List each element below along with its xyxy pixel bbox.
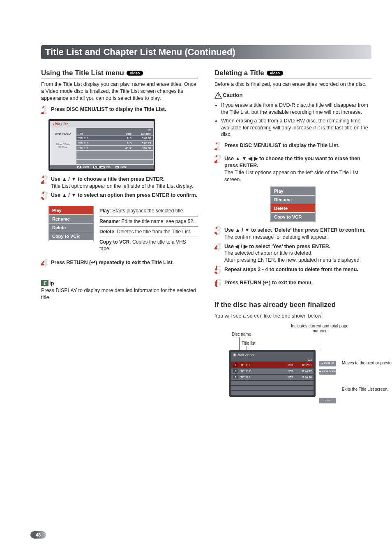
r-step-3a: Use ▲ / ▼ to select ‘Delete’ then press … bbox=[224, 227, 366, 233]
tl-col-duration: Duration bbox=[131, 132, 151, 135]
table-row bbox=[76, 160, 153, 164]
opt-play-label: Play bbox=[99, 208, 110, 214]
caution-list: If you erase a title from a DVD-R disc,t… bbox=[214, 102, 371, 138]
tl-foot-select-label: Select bbox=[82, 166, 89, 168]
page-down-label: PAGE DOWN bbox=[322, 371, 336, 373]
tl-foot-info: DISPLAYInfo. bbox=[93, 166, 111, 168]
step-3: Use ▲ / ▼ to select an option then press… bbox=[41, 192, 198, 203]
table-row bbox=[231, 386, 314, 390]
title-list-screenshot: Title List DVD VIDEO 1Hour 57min SP Free… bbox=[48, 119, 155, 171]
tl-foot-info-label: Info. bbox=[106, 166, 111, 168]
finalized-text: You will see a screen like the one shown… bbox=[214, 313, 371, 320]
page-up-button: PAGE UP bbox=[319, 361, 336, 366]
r-step-2: Use ▲ ▼ ◀ ▶ to choose the title you want… bbox=[214, 155, 371, 183]
opt-copy-label: Copy to VCR bbox=[99, 239, 129, 245]
exit-label: EXIT bbox=[325, 399, 330, 402]
table-row: 3 TITLE 3 1/03 0:36:30 bbox=[231, 375, 314, 380]
exit-button: EXIT bbox=[319, 398, 336, 403]
step-number-4-icon bbox=[214, 243, 222, 254]
tl-page-indicator: 1/3 bbox=[148, 129, 151, 131]
tl-foot-close-label: Close bbox=[120, 166, 127, 168]
tl-header: Title List bbox=[50, 121, 154, 127]
table-row: TITLE 2 1/ 3 0:06:21 bbox=[76, 141, 153, 145]
fin-num: 1 bbox=[233, 363, 238, 367]
tip-heading: T ip bbox=[41, 280, 54, 286]
table-row bbox=[231, 391, 314, 395]
finalized-layout: DVD VIDEO 1/1 1 TITLE 1 1/03 0:02:01 2 T… bbox=[229, 350, 371, 403]
page-number-badge: 48 bbox=[30, 531, 46, 539]
fin-page-indicator: 1/1 bbox=[308, 358, 312, 361]
table-row: 2 TITLE 2 1/03 0:24:12 bbox=[231, 368, 314, 374]
options-menu-mock-right: Play Rename Delete Copy to VCR bbox=[270, 187, 316, 222]
fin-dur: 0:02:01 bbox=[295, 364, 312, 366]
r-step-4b: The selected chapter or title is deleted… bbox=[224, 250, 313, 256]
tip-label: ip bbox=[49, 280, 54, 286]
page-up-label: PAGE UP bbox=[324, 362, 334, 365]
fin-title: TITLE 3 bbox=[240, 376, 278, 379]
table-row: TITLE 3 4/ 12 0:52:31 bbox=[76, 146, 153, 150]
opt-rename: Rename bbox=[49, 215, 93, 223]
r-step-2b: The Title List options appear on the lef… bbox=[224, 170, 358, 182]
fin-side-buttons: PAGE UP PAGE DOWN EXIT bbox=[319, 361, 339, 403]
tl-cell: 0:02:01 bbox=[131, 137, 151, 140]
opt-play-desc: Starts playback the selected title. bbox=[111, 208, 184, 214]
tl-cell: 4/ 12 bbox=[118, 147, 131, 150]
fin-header: DVD VIDEO bbox=[231, 352, 314, 358]
opt-rename: Rename bbox=[271, 196, 315, 204]
finalized-screenshot: DVD VIDEO 1/1 1 TITLE 1 1/03 0:02:01 2 T… bbox=[229, 350, 316, 397]
options-description: Play Rename Delete Copy to VCR Play: Sta… bbox=[48, 206, 198, 253]
tl-cell: TITLE 2 bbox=[78, 142, 118, 145]
opt-rename-label: Rename bbox=[99, 219, 119, 224]
step-number-2-icon bbox=[41, 176, 48, 187]
r-step-4a: Use ◀ / ▶ to select ‘Yes’ then press ENT… bbox=[224, 244, 330, 249]
opt-play: Play bbox=[271, 187, 315, 196]
r-step-4: Use ◀ / ▶ to select ‘Yes’ then press ENT… bbox=[214, 243, 371, 264]
page-down-button: PAGE DOWN bbox=[319, 369, 336, 375]
disc-icon bbox=[233, 353, 236, 357]
step-number-1-icon bbox=[214, 142, 222, 153]
r-step-6-text: Press RETURN (↩) to exit the menu. bbox=[224, 280, 313, 286]
tl-stat-mode: SP Free bbox=[51, 146, 75, 149]
r-step-6: Press RETURN (↩) to exit the menu. bbox=[214, 279, 371, 290]
table-row bbox=[231, 381, 314, 385]
tl-cell: 0:06:21 bbox=[131, 142, 151, 145]
annot-list: Title list bbox=[242, 341, 256, 346]
opt-copy: Copy to VCR bbox=[49, 232, 93, 241]
opt-delete-desc: Deletes the title from the Title List. bbox=[115, 229, 191, 235]
caution-label: Caution bbox=[223, 92, 242, 98]
step-2a: Use ▲ / ▼ to choose a title then press E… bbox=[51, 176, 164, 182]
r-step-1-text: Press DISC MENU/LIST to display the Titl… bbox=[224, 143, 339, 148]
tl-column-headers: Title Date Duration bbox=[76, 132, 153, 136]
fin-num: 2 bbox=[233, 369, 238, 373]
finalized-heading-text: If the disc has already been finalized bbox=[214, 301, 336, 309]
step-number-6-icon bbox=[214, 279, 222, 290]
fin-dur: 0:24:12 bbox=[295, 370, 312, 373]
step-2: Use ▲ / ▼ to choose a title then press E… bbox=[41, 176, 198, 190]
tl-cell: TITLE 1 bbox=[78, 137, 118, 140]
fin-title: TITLE 2 bbox=[240, 370, 278, 373]
opt-copy: Copy to VCR bbox=[271, 213, 315, 221]
opt-delete-label: Delete bbox=[99, 229, 114, 235]
step-number-4-icon bbox=[41, 259, 48, 270]
tl-cell: 1/ 3 bbox=[118, 137, 131, 140]
video-badge: Video bbox=[127, 71, 143, 76]
tl-sidebar: DVD VIDEO 1Hour 57min SP Free bbox=[50, 127, 76, 165]
tl-col-date: Date bbox=[118, 132, 131, 135]
intro-text: From the Title List display you can play… bbox=[41, 81, 198, 102]
using-title-list-heading: Using the Title List menu Video bbox=[41, 69, 198, 78]
r-step-4c: After pressing ENTER, the new, updated m… bbox=[224, 257, 361, 263]
page-number: 48 bbox=[30, 531, 46, 539]
annot-pagebtn: Moves to the next or previous page bbox=[342, 361, 392, 366]
step-number-3-icon bbox=[41, 192, 48, 203]
r-step-3b: The confirm message for deleting will ap… bbox=[224, 234, 328, 240]
step-4-text: Press RETURN (↩) repeatedly to exit the … bbox=[51, 260, 174, 265]
step-2b: Title List options appear on the left si… bbox=[51, 183, 193, 189]
fin-dur: 0:36:30 bbox=[295, 376, 312, 379]
fin-header-label: DVD VIDEO bbox=[238, 354, 254, 357]
step-1-text: Press DISC MENU/LIST to display the Titl… bbox=[51, 106, 166, 112]
table-row bbox=[76, 151, 153, 155]
tl-foot-select: ⏎Select bbox=[77, 166, 89, 168]
step-number-1-icon bbox=[41, 106, 48, 117]
connector-line bbox=[239, 337, 240, 350]
opt-rename-desc: Edits the title name; see page 52. bbox=[120, 219, 194, 224]
